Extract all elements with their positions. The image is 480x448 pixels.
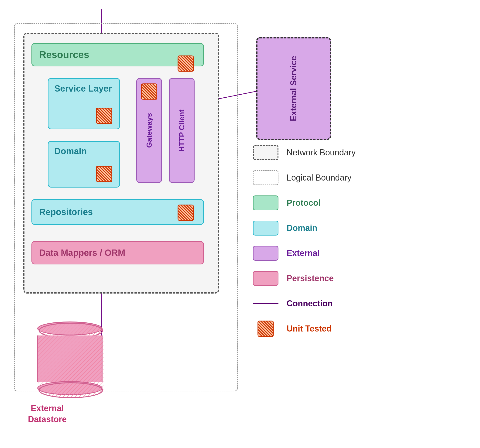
service-layer-label: Service Layer (54, 84, 112, 94)
legend-logical-box (253, 170, 278, 185)
legend: Network Boundary Logical Boundary Protoc… (252, 144, 461, 346)
resources-box: Resources (31, 43, 204, 66)
legend-label-unit-tested: Unit Tested (287, 324, 332, 334)
legend-protocol-box (253, 196, 278, 210)
resources-label: Resources (39, 49, 89, 60)
repositories-box: Repositories (31, 199, 204, 225)
legend-label-logical: Logical Boundary (287, 173, 351, 183)
legend-icon-persistence (252, 270, 280, 287)
legend-icon-unit-tested (252, 321, 280, 337)
legend-label-persistence: Persistence (287, 273, 334, 283)
repositories-label: Repositories (39, 207, 93, 217)
legend-label-domain: Domain (287, 223, 317, 233)
legend-item-external: External (252, 245, 461, 261)
gateways-label: Gateways (145, 113, 154, 148)
legend-domain-box (253, 221, 278, 236)
legend-network-box (253, 145, 278, 160)
gateways-box: Gateways (136, 78, 162, 183)
legend-item-domain: Domain (252, 220, 461, 236)
repositories-unit-tested (177, 204, 194, 221)
legend-icon-protocol (252, 195, 280, 211)
external-datastore-label: External Datastore (28, 403, 67, 425)
legend-icon-domain (252, 220, 280, 236)
svg-point-75 (39, 383, 103, 398)
data-mappers-box: Data Mappers / ORM (31, 241, 204, 264)
legend-label-connection: Connection (287, 299, 333, 308)
legend-icon-logical (252, 170, 280, 186)
cylinder-bottom (37, 381, 103, 395)
cylinder-body (37, 336, 103, 382)
resources-unit-tested (177, 56, 194, 72)
legend-external-box (253, 246, 278, 261)
legend-connection-line (253, 303, 278, 304)
legend-label-external: External (287, 248, 320, 258)
legend-item-unit-tested: Unit Tested (252, 321, 461, 337)
http-client-box: HTTP Client (169, 78, 195, 183)
legend-item-logical: Logical Boundary (252, 170, 461, 186)
http-client-label: HTTP Client (177, 110, 186, 152)
unit-tested-icon (257, 321, 274, 337)
legend-persistence-box (253, 271, 278, 286)
external-datastore-container (37, 322, 103, 396)
gateways-unit-tested (141, 84, 157, 100)
external-service-label: External Service (289, 56, 298, 121)
legend-icon-connection (252, 295, 280, 312)
legend-label-network: Network Boundary (287, 148, 356, 157)
legend-item-network: Network Boundary (252, 144, 461, 161)
network-boundary: Resources Service Layer (23, 33, 219, 294)
domain-unit-tested (96, 166, 112, 182)
external-service-box: External Service (256, 37, 331, 140)
domain-box: Domain (48, 141, 120, 188)
legend-item-protocol: Protocol (252, 195, 461, 211)
service-layer-box: Service Layer (48, 78, 120, 129)
legend-item-connection: Connection (252, 295, 461, 312)
legend-item-persistence: Persistence (252, 270, 461, 287)
cylinder-top (37, 322, 103, 336)
data-mappers-label: Data Mappers / ORM (39, 248, 125, 258)
service-layer-unit-tested (96, 108, 112, 124)
legend-icon-network (252, 144, 280, 161)
domain-label: Domain (54, 146, 87, 156)
legend-label-protocol: Protocol (287, 198, 321, 208)
legend-icon-external (252, 245, 280, 261)
